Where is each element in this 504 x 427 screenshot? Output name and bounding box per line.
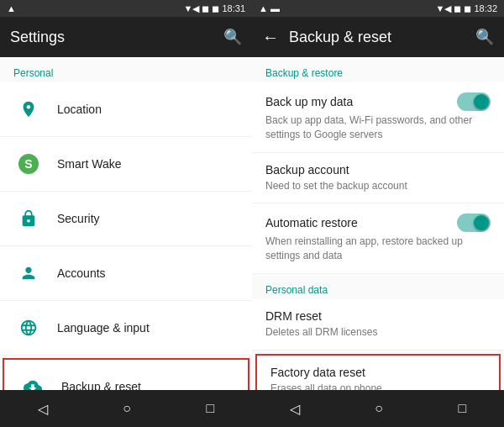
- left-home-btn[interactable]: ○: [106, 394, 148, 423]
- right-time: 18:32: [474, 3, 497, 13]
- personal-data-label: Personal data: [252, 274, 504, 299]
- drm-reset-desc: Deletes all DRM licenses: [265, 325, 491, 340]
- smart-wake-label: Smart Wake: [57, 157, 122, 171]
- right-toolbar-left: ← Backup & reset: [262, 28, 391, 47]
- backup-label: Backup & reset: [61, 380, 141, 390]
- left-content: Personal Location S Smart Wake: [0, 57, 252, 390]
- right-toolbar: ← Backup & reset 🔍: [252, 17, 504, 57]
- right-signal-icons: ▼◀ ◼ ◼: [435, 3, 471, 14]
- backup-icon: [18, 372, 48, 390]
- backup-account-row: Backup account: [265, 163, 491, 177]
- right-recent-btn[interactable]: □: [442, 394, 484, 423]
- left-time: 18:31: [222, 3, 245, 13]
- backup-data-toggle[interactable]: [457, 92, 491, 111]
- left-status-bar: ▲ ▼◀ ◼ ◼ 18:31: [0, 0, 252, 17]
- security-icon: [13, 203, 44, 234]
- right-status-right: ▼◀ ◼ ◼ 18:32: [435, 3, 497, 14]
- auto-restore-row: Automatic restore: [265, 214, 491, 232]
- menu-item-smart-wake[interactable]: S Smart Wake: [0, 137, 252, 192]
- right-back-btn[interactable]: ◁: [273, 394, 317, 424]
- factory-reset-desc: Erases all data on phone: [270, 382, 486, 390]
- left-toolbar: Settings 🔍: [0, 17, 252, 57]
- setting-drm-reset[interactable]: DRM reset Deletes all DRM licenses: [252, 299, 504, 351]
- left-nav-bar: ◁ ○ □: [0, 390, 252, 427]
- left-signal-icons: ▼◀ ◼ ◼: [183, 3, 219, 14]
- accounts-icon: [13, 258, 44, 288]
- right-status-left: ▲ ▬: [259, 3, 280, 13]
- setting-backup-account[interactable]: Backup account Need to set the backup ac…: [252, 153, 504, 204]
- auto-restore-title: Automatic restore: [265, 216, 358, 229]
- left-status-right: ▼◀ ◼ ◼ 18:31: [183, 3, 245, 14]
- right-panel: ▲ ▬ ▼◀ ◼ ◼ 18:32 ← Backup & reset 🔍 Back…: [252, 0, 504, 427]
- backup-data-row: Back up my data: [265, 92, 491, 111]
- setting-auto-restore[interactable]: Automatic restore When reinstalling an a…: [252, 203, 504, 274]
- language-icon: [13, 313, 44, 343]
- right-nav-bar: ◁ ○ □: [252, 390, 504, 427]
- drm-reset-row: DRM reset: [265, 309, 491, 323]
- menu-item-security[interactable]: Security: [0, 192, 252, 246]
- menu-item-accounts[interactable]: Accounts: [0, 246, 252, 301]
- right-toolbar-title: Backup & reset: [289, 29, 391, 46]
- setting-backup-data[interactable]: Back up my data Back up app data, Wi-Fi …: [252, 82, 504, 153]
- backup-account-desc: Need to set the backup account: [265, 179, 491, 193]
- backup-account-title: Backup account: [265, 163, 349, 177]
- drm-reset-title: DRM reset: [265, 309, 322, 323]
- setting-factory-reset[interactable]: Factory data reset Erases all data on ph…: [255, 354, 501, 390]
- left-status-icon: ▲: [7, 3, 16, 13]
- auto-restore-desc: When reinstalling an app, restore backed…: [265, 235, 491, 263]
- personal-section-label: Personal: [0, 57, 252, 82]
- left-search-icon[interactable]: 🔍: [223, 28, 242, 46]
- menu-item-language[interactable]: Language & input: [0, 301, 252, 356]
- location-label: Location: [57, 103, 102, 116]
- menu-item-backup[interactable]: Backup & reset: [3, 358, 249, 390]
- left-panel: ▲ ▼◀ ◼ ◼ 18:31 Settings 🔍 Personal Locat…: [0, 0, 252, 427]
- language-label: Language & input: [57, 321, 150, 335]
- right-content: Backup & restore Back up my data Back up…: [252, 57, 504, 390]
- accounts-label: Accounts: [57, 266, 106, 280]
- left-toolbar-title: Settings: [10, 29, 65, 46]
- right-status-bar: ▲ ▬ ▼◀ ◼ ◼ 18:32: [252, 0, 504, 17]
- backup-restore-label: Backup & restore: [252, 57, 504, 82]
- auto-restore-toggle[interactable]: [457, 214, 491, 232]
- factory-reset-title: Factory data reset: [270, 366, 486, 379]
- security-label: Security: [57, 212, 100, 225]
- location-icon: [13, 94, 44, 124]
- right-status-icon: ▲ ▬: [259, 3, 280, 13]
- smart-wake-icon: S: [13, 149, 44, 179]
- left-status-left: ▲: [7, 3, 16, 13]
- left-recent-btn[interactable]: □: [190, 394, 232, 423]
- right-home-btn[interactable]: ○: [358, 394, 400, 423]
- back-icon[interactable]: ←: [262, 28, 279, 47]
- left-back-btn[interactable]: ◁: [21, 394, 65, 424]
- menu-item-location[interactable]: Location: [0, 82, 252, 137]
- backup-data-title: Back up my data: [265, 95, 353, 108]
- right-search-icon[interactable]: 🔍: [475, 28, 494, 46]
- backup-data-desc: Back up app data, Wi-Fi passwords, and o…: [265, 113, 491, 142]
